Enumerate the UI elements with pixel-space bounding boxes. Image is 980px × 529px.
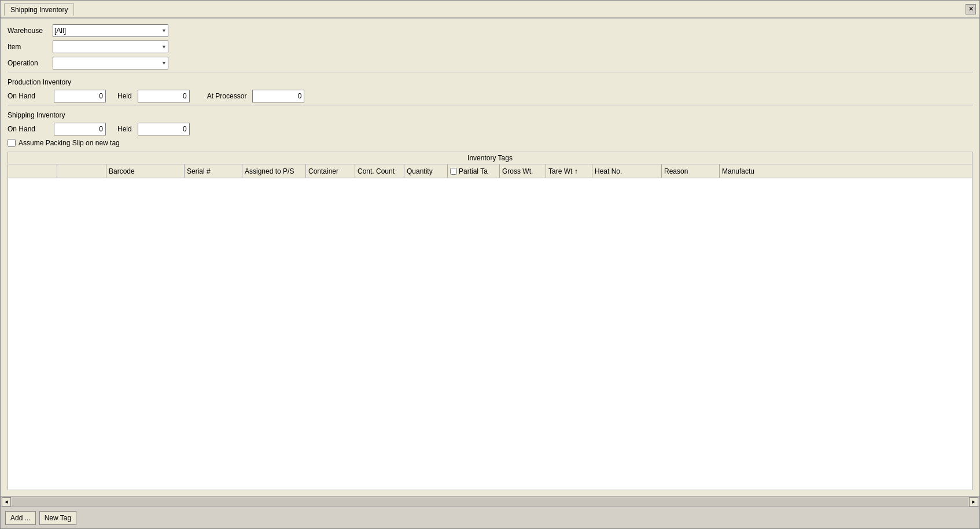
item-select-wrapper (53, 41, 168, 53)
warehouse-select[interactable]: [All] (53, 24, 168, 37)
ship-held-label: Held (117, 125, 132, 133)
operation-label: Operation (8, 59, 48, 67)
col-header-serial: Serial # (185, 164, 242, 178)
prod-held-label: Held (117, 92, 132, 100)
inventory-tags-title: Inventory Tags (8, 152, 972, 164)
item-select[interactable] (53, 41, 168, 53)
warehouse-select-wrapper: [All] (53, 24, 168, 37)
table-body (8, 178, 972, 490)
col-header-quantity: Quantity (404, 164, 448, 178)
horizontal-scrollbar: ◄ ► (1, 496, 979, 506)
tab-shipping-inventory[interactable]: Shipping Inventory (4, 3, 74, 16)
col-header-manufact: Manufactu (720, 164, 778, 178)
col-header-reason: Reason (662, 164, 720, 178)
new-tag-button[interactable]: New Tag (39, 511, 76, 525)
prod-on-hand-label: On Hand (8, 92, 48, 100)
scroll-track[interactable] (12, 498, 968, 506)
col-header-partial: Partial Ta (448, 164, 500, 178)
operation-select[interactable] (53, 57, 168, 69)
bottom-bar: Add ... New Tag (1, 506, 979, 528)
prod-on-hand-field[interactable] (54, 90, 106, 102)
production-inventory-header: Production Inventory (8, 78, 972, 86)
at-processor-field[interactable] (252, 90, 304, 102)
col-header-assigned: Assigned to P/S (242, 164, 306, 178)
warehouse-label: Warehouse (8, 27, 48, 35)
close-button[interactable]: ✕ (966, 4, 976, 14)
assume-packing-slip-checkbox[interactable] (8, 139, 16, 147)
col-header-grosswt: Gross Wt. (500, 164, 546, 178)
table-header: Barcode Serial # Assigned to P/S Contain… (8, 164, 972, 178)
col-header-check2 (57, 164, 106, 178)
ship-on-hand-field[interactable] (54, 123, 106, 135)
partial-tag-label: Partial Ta (459, 167, 488, 175)
add-button[interactable]: Add ... (5, 511, 36, 525)
scroll-right-arrow[interactable]: ► (969, 497, 978, 506)
operation-select-wrapper (53, 57, 168, 69)
item-label: Item (8, 43, 48, 51)
scroll-left-arrow[interactable]: ◄ (2, 497, 11, 506)
at-processor-label: At Processor (207, 92, 247, 100)
col-header-barcode: Barcode (106, 164, 185, 178)
ship-on-hand-label: On Hand (8, 125, 48, 133)
shipping-inventory-header: Shipping Inventory (8, 111, 972, 119)
col-header-heatno: Heat No. (592, 164, 662, 178)
assume-packing-slip-label: Assume Packing Slip on new tag (19, 139, 120, 147)
prod-held-field[interactable] (138, 90, 190, 102)
col-header-container: Container (306, 164, 355, 178)
partial-tag-all-checkbox[interactable] (450, 168, 457, 175)
col-header-check1 (8, 164, 57, 178)
col-header-contcount: Cont. Count (355, 164, 404, 178)
col-header-tarewt: Tare Wt ↑ (546, 164, 592, 178)
ship-held-field[interactable] (138, 123, 190, 135)
